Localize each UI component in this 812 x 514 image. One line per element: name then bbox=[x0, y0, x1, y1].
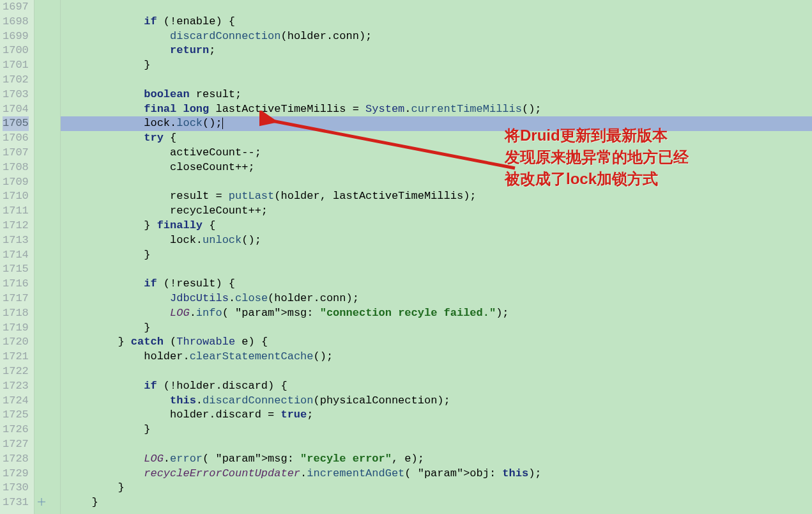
line-number[interactable]: 1727 bbox=[3, 437, 29, 452]
line-number[interactable]: 1729 bbox=[3, 467, 29, 481]
code-line[interactable]: lock.lock(); bbox=[61, 116, 812, 131]
code-line[interactable]: discardConnection(holder.conn); bbox=[61, 29, 812, 44]
line-number[interactable]: 1717 bbox=[3, 292, 29, 306]
line-number[interactable]: 1698 bbox=[3, 15, 29, 29]
line-number[interactable]: 1719 bbox=[3, 321, 29, 336]
code-line[interactable]: if (!result) { bbox=[61, 277, 812, 292]
line-number[interactable]: 1699 bbox=[3, 29, 29, 44]
code-line[interactable] bbox=[61, 364, 812, 379]
line-number[interactable]: 1710 bbox=[3, 189, 29, 204]
line-number[interactable]: 1730 bbox=[3, 481, 29, 495]
code-line[interactable]: } bbox=[61, 248, 812, 263]
line-number[interactable]: 1718 bbox=[3, 306, 29, 321]
fold-margin[interactable] bbox=[34, 0, 61, 514]
code-line[interactable]: final long lastActiveTimeMillis = System… bbox=[61, 102, 812, 117]
code-line[interactable]: } bbox=[61, 495, 812, 510]
code-line[interactable]: recycleCount++; bbox=[61, 204, 812, 219]
line-number[interactable]: 1700 bbox=[3, 43, 29, 58]
line-number[interactable]: 1720 bbox=[3, 335, 29, 350]
code-line[interactable]: activeCount--; bbox=[61, 146, 812, 160]
code-line[interactable]: } bbox=[61, 321, 812, 336]
line-number[interactable]: 1712 bbox=[3, 219, 29, 233]
line-number[interactable]: 1706 bbox=[3, 131, 29, 146]
line-number[interactable]: 1726 bbox=[3, 423, 29, 437]
line-number[interactable]: 1725 bbox=[3, 408, 29, 423]
code-line[interactable]: holder.discard = true; bbox=[61, 408, 812, 423]
line-number[interactable]: 1711 bbox=[3, 204, 29, 219]
line-number[interactable]: 1708 bbox=[3, 160, 29, 175]
code-line[interactable] bbox=[61, 437, 812, 452]
line-number[interactable]: 1697 bbox=[3, 0, 29, 15]
line-number[interactable]: 1724 bbox=[3, 394, 29, 409]
code-line[interactable]: if (!holder.discard) { bbox=[61, 379, 812, 394]
code-line[interactable]: } bbox=[61, 58, 812, 73]
code-line[interactable]: JdbcUtils.close(holder.conn); bbox=[61, 292, 812, 306]
code-line[interactable]: closeCount++; bbox=[61, 160, 812, 175]
line-number[interactable]: 1722 bbox=[3, 364, 29, 379]
line-number[interactable]: 1713 bbox=[3, 233, 29, 248]
code-line[interactable]: result = putLast(holder, lastActiveTimeM… bbox=[61, 189, 812, 204]
line-number[interactable]: 1709 bbox=[3, 175, 29, 190]
code-line[interactable]: LOG.error( "param">msg: "recyle error", … bbox=[61, 452, 812, 467]
code-line[interactable]: recycleErrorCountUpdater.incrementAndGet… bbox=[61, 467, 812, 481]
code-line[interactable]: } bbox=[61, 423, 812, 437]
line-number[interactable]: 1731 bbox=[3, 495, 29, 510]
code-line[interactable]: holder.clearStatementCache(); bbox=[61, 350, 812, 364]
code-line[interactable]: boolean result; bbox=[61, 88, 812, 102]
line-number[interactable]: 1705 bbox=[3, 116, 29, 131]
code-line[interactable] bbox=[61, 0, 812, 15]
code-line[interactable]: try { bbox=[61, 131, 812, 146]
line-number[interactable]: 1703 bbox=[3, 88, 29, 102]
code-line[interactable]: } finally { bbox=[61, 219, 812, 233]
code-line[interactable]: if (!enable) { bbox=[61, 15, 812, 29]
code-line[interactable] bbox=[61, 73, 812, 88]
line-number[interactable]: 1716 bbox=[3, 277, 29, 292]
code-line[interactable]: lock.unlock(); bbox=[61, 233, 812, 248]
fold-toggle-icon[interactable] bbox=[37, 497, 46, 506]
line-number[interactable]: 1714 bbox=[3, 248, 29, 263]
code-area[interactable]: if (!enable) { discardConnection(holder.… bbox=[61, 0, 812, 514]
line-number[interactable]: 1721 bbox=[3, 350, 29, 364]
code-editor[interactable]: 1697169816991700170117021703170417051706… bbox=[0, 0, 812, 514]
line-number[interactable]: 1704 bbox=[3, 102, 29, 117]
code-line[interactable] bbox=[61, 175, 812, 190]
code-line[interactable] bbox=[61, 262, 812, 277]
line-number[interactable]: 1723 bbox=[3, 379, 29, 394]
code-line[interactable]: this.discardConnection(physicalConnectio… bbox=[61, 394, 812, 409]
line-number[interactable]: 1707 bbox=[3, 146, 29, 160]
line-number[interactable]: 1728 bbox=[3, 452, 29, 467]
line-number[interactable]: 1701 bbox=[3, 58, 29, 73]
code-line[interactable]: LOG.info( "param">msg: "connection recyl… bbox=[61, 306, 812, 321]
line-number-gutter[interactable]: 1697169816991700170117021703170417051706… bbox=[0, 0, 34, 514]
code-line[interactable]: } catch (Throwable e) { bbox=[61, 335, 812, 350]
line-number[interactable]: 1715 bbox=[3, 262, 29, 277]
line-number[interactable]: 1702 bbox=[3, 73, 29, 88]
code-line[interactable]: return; bbox=[61, 43, 812, 58]
code-line[interactable]: } bbox=[61, 481, 812, 495]
